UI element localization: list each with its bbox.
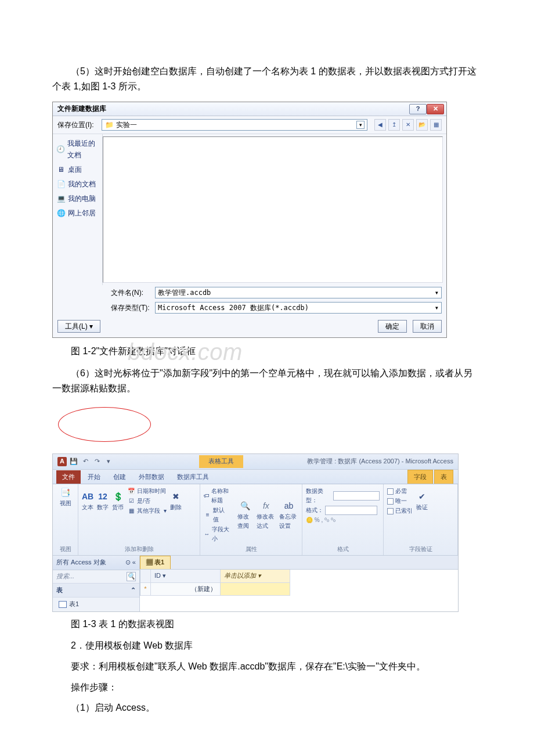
cancel-button[interactable]: 取消 xyxy=(413,320,442,333)
name-caption-button[interactable]: 🏷名称和标题 xyxy=(204,487,229,505)
lookup-icon: 🔍 xyxy=(240,500,251,512)
window-title: 教学管理 : 数据库 (Access 2007) - Microsoft Acc… xyxy=(307,456,453,467)
red-ellipse-annotation xyxy=(58,407,151,442)
tools-button[interactable]: 工具(L) ▾ xyxy=(57,320,100,333)
modify-expression-button[interactable]: fx修改表达式 xyxy=(257,500,276,531)
place-computer[interactable]: 💻我的电脑 xyxy=(53,192,102,206)
currency-button[interactable]: 💲货币 xyxy=(112,491,124,512)
format-combo[interactable] xyxy=(325,506,377,515)
view-button[interactable]: 📑 视图 xyxy=(56,487,74,508)
datetime-button[interactable]: 📅日期和时间 xyxy=(127,487,167,496)
datasheet-view-icon: 📑 xyxy=(60,487,71,498)
datasheet[interactable]: ID ▾ 单击以添加 ▾ * （新建） xyxy=(140,570,458,596)
validation-button[interactable]: ✔验证 xyxy=(416,491,428,512)
save-in-value: 实验一 xyxy=(116,120,137,131)
place-desktop[interactable]: 🖥桌面 xyxy=(53,163,102,177)
nav-collapse-icon[interactable]: ⊙ « xyxy=(125,557,136,568)
row-selector-header[interactable] xyxy=(140,570,151,583)
undo-icon[interactable]: ↶ xyxy=(81,457,90,466)
format-row: 格式： xyxy=(306,506,380,515)
more-fields-button[interactable]: ▦其他字段 ▾ xyxy=(127,506,167,516)
delete-button[interactable]: ✖删除 xyxy=(170,491,182,512)
delete-icon[interactable]: ✕ xyxy=(402,119,414,131)
figure-1-2-caption: 图 1-2"文件新建数据库"对话框 xyxy=(52,344,482,359)
place-network[interactable]: 🌐网上邻居 xyxy=(53,206,102,221)
tab-db-tools[interactable]: 数据库工具 xyxy=(171,470,215,484)
checkbox-icon: ☑ xyxy=(127,497,135,505)
datatype-combo[interactable] xyxy=(333,491,380,501)
tab-home[interactable]: 开始 xyxy=(82,470,106,484)
search-icon[interactable]: 🔍 xyxy=(127,572,136,581)
memo-settings-button[interactable]: ab备忘录设置 xyxy=(279,500,298,531)
views-icon[interactable]: ▦ xyxy=(430,119,442,131)
up-icon[interactable]: ↥ xyxy=(388,119,400,131)
validation-icon: ✔ xyxy=(416,491,428,502)
filename-label: 文件名(N): xyxy=(111,287,151,298)
contextual-tab-header: 表格工具 xyxy=(199,455,243,468)
qat-menu-icon[interactable]: ▾ xyxy=(104,457,113,466)
column-header-add[interactable]: 单击以添加 ▾ xyxy=(221,570,290,583)
chevron-down-icon[interactable]: ▾ xyxy=(435,303,439,314)
unique-checkbox[interactable]: 唯一 xyxy=(387,496,413,506)
back-icon[interactable]: ◀ xyxy=(374,119,386,131)
quick-access-toolbar: A 💾 ↶ ↷ ▾ xyxy=(57,457,113,466)
tab-fields[interactable]: 字段 xyxy=(407,470,433,484)
chevron-down-icon[interactable]: ▾ xyxy=(435,287,439,298)
recent-icon: 🕘 xyxy=(56,145,65,154)
text-button[interactable]: AB文本 xyxy=(82,491,93,512)
chevron-down-icon[interactable]: ▾ xyxy=(356,121,365,129)
ribbon-tabs: 文件 开始 创建 外部数据 数据库工具 字段 表 xyxy=(53,470,458,485)
documents-icon: 📄 xyxy=(56,180,66,189)
modify-lookup-button[interactable]: 🔍修改查阅 xyxy=(237,500,252,531)
access-app-icon: A xyxy=(57,457,67,466)
place-recent[interactable]: 🕘我最近的文档 xyxy=(53,136,102,162)
cell-id-new[interactable]: （新建） xyxy=(151,583,221,596)
place-documents[interactable]: 📄我的文档 xyxy=(53,177,102,192)
tab-table[interactable]: 表 xyxy=(434,470,453,484)
filename-field[interactable]: 教学管理.accdb ▾ xyxy=(155,287,442,298)
save-in-combo[interactable]: 📁 实验一 ▾ xyxy=(102,119,367,131)
cell-add-new[interactable] xyxy=(221,583,290,596)
indexed-checkbox[interactable]: 已索引 xyxy=(387,506,413,516)
dialog-title: 文件新建数据库 xyxy=(57,103,106,114)
paragraph-steps-label: 操作步骤： xyxy=(52,680,482,695)
nav-search[interactable]: 搜索... 🔍 xyxy=(53,570,139,584)
column-header-id[interactable]: ID ▾ xyxy=(151,570,221,583)
sheet-tab-table1[interactable]: ▦ 表1 xyxy=(140,556,171,569)
network-icon: 🌐 xyxy=(56,209,66,218)
filetype-label: 保存类型(T): xyxy=(111,303,151,314)
default-value-button[interactable]: ≡默认值 xyxy=(204,506,229,524)
file-list-pane[interactable] xyxy=(103,136,443,283)
required-checkbox[interactable]: 必需 xyxy=(387,487,413,496)
number-icon: 12 xyxy=(97,491,109,502)
number-button[interactable]: 12数字 xyxy=(97,491,109,512)
tab-file[interactable]: 文件 xyxy=(56,470,81,484)
close-icon[interactable]: ✕ xyxy=(427,104,444,114)
field-size-button[interactable]: ↔字段大小 xyxy=(204,525,229,543)
navigation-pane: 所有 Access 对象 ⊙ « 搜索... 🔍 表⌃ 表1 xyxy=(53,556,140,611)
filetype-combo[interactable]: Microsoft Access 2007 数据库(*.accdb) ▾ xyxy=(155,302,442,314)
group-label-adddel: 添加和删除 xyxy=(82,543,196,554)
fx-icon: fx xyxy=(260,500,272,512)
redo-icon[interactable]: ↷ xyxy=(92,457,102,466)
heading-2: 2．使用模板创建 Web 数据库 xyxy=(52,638,482,653)
new-folder-icon[interactable]: 📂 xyxy=(416,119,428,131)
paragraph-step-6: （6）这时光标将位于"添加新字段"列中的第一个空单元格中，现在就可以输入添加数据… xyxy=(52,366,482,395)
figure-1-3-caption: 图 1-3 表 1 的数据表视图 xyxy=(52,617,482,632)
text-icon: AB xyxy=(82,491,93,502)
nav-item-table1[interactable]: 表1 xyxy=(53,597,139,611)
tab-create[interactable]: 创建 xyxy=(107,470,132,484)
datatype-row: 数据类型： xyxy=(306,487,380,505)
nav-group-tables[interactable]: 表⌃ xyxy=(53,584,139,598)
folder-icon: 📁 xyxy=(104,120,114,129)
tab-external-data[interactable]: 外部数据 xyxy=(133,470,170,484)
size-icon: ↔ xyxy=(204,530,210,538)
format-presets[interactable]: 🪙 % , ⁰₀ ⁰₀ xyxy=(306,516,380,525)
delete-icon: ✖ xyxy=(170,491,182,502)
nav-header-label: 所有 Access 对象 xyxy=(56,557,106,568)
new-row-marker: * xyxy=(140,583,151,596)
save-icon[interactable]: 💾 xyxy=(69,457,78,466)
help-icon[interactable]: ? xyxy=(409,104,427,114)
ok-button[interactable]: 确定 xyxy=(378,320,407,333)
yesno-button[interactable]: ☑是/否 xyxy=(127,496,167,506)
